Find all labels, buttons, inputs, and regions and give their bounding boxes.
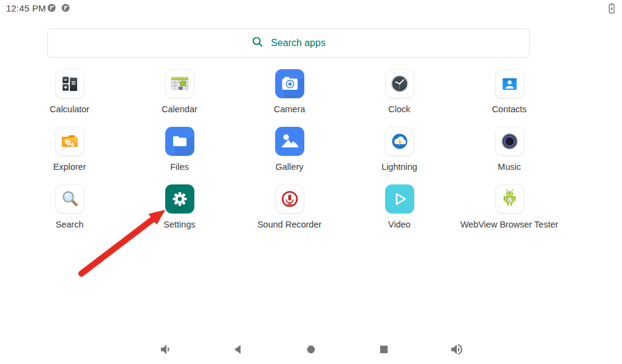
app-label: Gallery — [276, 162, 304, 172]
navigation-bar — [0, 335, 622, 364]
app-label: Sound Recorder — [258, 220, 322, 229]
app-calendar[interactable]: Calendar — [125, 66, 234, 123]
app-contacts[interactable]: Contacts — [454, 66, 564, 123]
app-label: Explorer — [53, 162, 86, 172]
search-apps-input[interactable]: Search apps — [47, 29, 530, 58]
app-webview-browser-tester[interactable]: WebView Browser Tester — [454, 181, 564, 238]
app-label: Lightning — [381, 162, 417, 172]
app-clock[interactable]: Clock — [344, 66, 454, 123]
app-lightning[interactable]: Lightning — [344, 123, 454, 181]
app-music[interactable]: Music — [454, 123, 564, 181]
app-label: Settings — [163, 220, 195, 229]
explorer-icon — [55, 127, 84, 156]
video-play-icon — [385, 184, 414, 214]
app-label: Search — [56, 220, 84, 229]
app-notification-icon — [47, 4, 56, 15]
home-icon[interactable] — [304, 342, 318, 357]
search-magnifier-icon — [55, 184, 84, 214]
notification-icons — [47, 4, 70, 15]
search-icon — [251, 36, 264, 50]
app-label: WebView Browser Tester — [460, 220, 558, 229]
app-label: Music — [498, 162, 521, 172]
calculator-icon — [55, 69, 84, 98]
app-gallery[interactable]: Gallery — [234, 123, 344, 181]
recents-icon[interactable] — [377, 342, 391, 357]
app-files[interactable]: Files — [125, 123, 234, 181]
android-robot-icon — [495, 184, 524, 214]
settings-gear-icon — [165, 184, 194, 214]
gallery-icon — [275, 127, 304, 156]
app-camera[interactable]: Camera — [234, 66, 344, 123]
app-video[interactable]: Video — [344, 181, 454, 238]
app-label: Clock — [388, 104, 410, 114]
app-settings[interactable]: Settings — [125, 181, 234, 238]
search-placeholder: Search apps — [271, 38, 326, 49]
app-label: Contacts — [492, 104, 527, 114]
app-notification-icon — [61, 4, 70, 15]
app-sound-recorder[interactable]: Sound Recorder — [234, 181, 344, 238]
app-calculator[interactable]: Calculator — [15, 66, 125, 123]
sound-recorder-icon — [275, 184, 304, 214]
back-icon[interactable] — [231, 342, 245, 357]
app-grid: Calculator Calendar — [15, 66, 564, 238]
app-label: Camera — [274, 104, 306, 114]
volume-down-icon[interactable] — [158, 342, 173, 357]
status-bar: 12:45 PM — [0, 0, 622, 17]
lightning-icon — [385, 127, 414, 156]
music-icon — [495, 127, 524, 156]
app-explorer[interactable]: Explorer — [15, 123, 125, 181]
app-label: Calendar — [162, 104, 197, 114]
app-label: Video — [388, 220, 411, 229]
app-label: Calculator — [50, 104, 89, 114]
camera-icon — [275, 69, 304, 98]
status-time: 12:45 PM — [6, 3, 46, 13]
volume-up-icon[interactable] — [449, 342, 464, 357]
clock-icon — [385, 69, 414, 98]
app-search[interactable]: Search — [15, 181, 125, 238]
contacts-icon — [495, 69, 524, 98]
files-icon — [165, 127, 194, 156]
app-label: Files — [170, 162, 189, 172]
battery-charging-icon — [607, 2, 616, 18]
calendar-icon — [165, 69, 194, 98]
